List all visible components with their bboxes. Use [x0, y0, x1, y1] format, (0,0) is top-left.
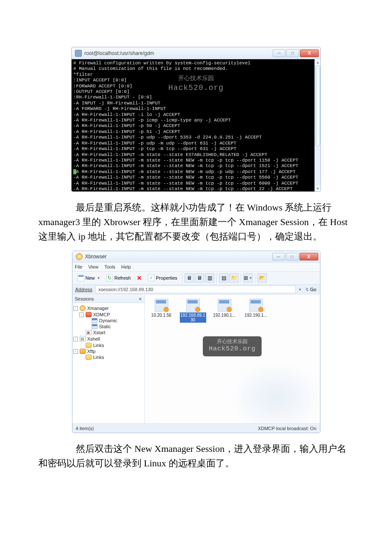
- session-item[interactable]: 192.190.1...: [211, 299, 238, 323]
- session-icon: [92, 324, 98, 329]
- window-controls: ─ □ X: [272, 49, 319, 57]
- session-type-icon-2[interactable]: 🖥: [195, 273, 204, 283]
- content-pane[interactable]: 10.20.1.56 192.168.89.130 192.190.1... 1…: [145, 295, 320, 423]
- terminal-line: :INPUT ACCEPT [0:0]: [73, 78, 319, 83]
- address-label: Address: [74, 287, 94, 292]
- tree-item-xftp-links[interactable]: Links: [73, 354, 144, 360]
- maximize-button[interactable]: □: [286, 49, 299, 57]
- view-mode-icon[interactable]: ⊞▼: [243, 273, 253, 283]
- session-icons: 10.20.1.56 192.168.89.130 192.190.1... 1…: [145, 295, 320, 327]
- properties-button[interactable]: Properties: [145, 273, 180, 283]
- refresh-button[interactable]: Refresh: [104, 273, 133, 283]
- chevron-down-icon[interactable]: ▼: [97, 276, 101, 280]
- new-button[interactable]: New ▼: [75, 273, 103, 283]
- menu-view[interactable]: View: [88, 264, 98, 269]
- terminal-line: # Firewall configuration written by syst…: [73, 61, 319, 66]
- tree-item-static[interactable]: Static: [73, 324, 144, 330]
- terminal-line: -A RH-Firewall-1-INPUT -p icmp --icmp-ty…: [73, 118, 319, 123]
- terminal-scrollbar[interactable]: ▲ ▼: [314, 59, 320, 191]
- tree-item-dynamic[interactable]: Dynamic: [73, 318, 144, 324]
- xftp-icon: [80, 349, 86, 354]
- terminal-line: -A RH-Firewall-1-INPUT -m state --state …: [73, 175, 319, 180]
- close-button[interactable]: X: [300, 49, 319, 57]
- terminal-line: *filter: [73, 72, 319, 78]
- terminal-line: -A RH-Firewall-1-INPUT -p 50 -j ACCEPT: [73, 123, 319, 129]
- terminal-line: -A RH-Firewall-1-INPUT -m state --state …: [73, 186, 319, 191]
- terminal-line: :FORWARD ACCEPT [0:0]: [73, 84, 319, 89]
- terminal-line: -A RH-Firewall-1-INPUT -p 51 -j ACCEPT: [73, 129, 319, 135]
- go-icon: ↯: [305, 287, 309, 292]
- toolbar-separator: [182, 273, 182, 283]
- close-panel-icon[interactable]: ×: [139, 296, 141, 301]
- terminal-window: root@localhost:/usr/share/gdm ─ □ X 开心技术…: [71, 47, 321, 192]
- tree-item-xdmcp[interactable]: -XDMCP: [73, 312, 144, 318]
- scroll-down-icon[interactable]: ▼: [315, 185, 321, 191]
- toolbar: New ▼ Refresh ✕ Properties 🖥 🖥 ▥ ▤ 📁 ⊞▼ …: [72, 272, 320, 284]
- status-bar: 4 item(s) XDMCP local broadcast: On: [72, 423, 320, 433]
- tree-item-xftp[interactable]: -Xftp: [73, 348, 144, 354]
- tree-item-xshell[interactable]: -▤Xshell: [73, 335, 144, 342]
- session-icon: [92, 318, 98, 323]
- session-type-icon-1[interactable]: 🖥: [184, 273, 194, 283]
- address-bar: Address xsession://192.168.89.130 ▼ ↯ Go: [72, 284, 320, 295]
- session-item[interactable]: 10.20.1.56: [148, 299, 175, 323]
- xshell-tool-icon[interactable]: ▤: [219, 273, 228, 283]
- window-controls: ─ □ X: [271, 253, 318, 260]
- tree-item-xstart[interactable]: ▣Xstart: [73, 330, 144, 335]
- delete-button[interactable]: ✕: [134, 273, 144, 283]
- folder-icon: [86, 343, 92, 348]
- properties-icon: [148, 275, 155, 281]
- terminal-line: -A RH-Firewall-1-INPUT -m state --state …: [73, 181, 319, 186]
- terminal-line: :OUTPUT ACCEPT [0:0]: [73, 89, 319, 95]
- delete-icon: ✕: [137, 275, 142, 281]
- go-button[interactable]: ↯ Go: [303, 287, 318, 292]
- menubar: File View Tools Help: [72, 262, 320, 272]
- tree-item-xmanager[interactable]: -Xmanager: [73, 305, 144, 312]
- menu-tools[interactable]: Tools: [104, 264, 115, 269]
- scroll-thumb[interactable]: [315, 65, 320, 146]
- xmanager-icon: [80, 305, 86, 311]
- terminal-line: -A RH-Firewall-1-INPUT -i lo -j ACCEPT: [73, 112, 319, 118]
- content-watermark: 开心技术乐园 Hack520.org: [203, 336, 262, 356]
- terminal-line: -A RH-Firewall-1-INPUT -m state --state …: [73, 158, 319, 163]
- xstart-icon: ▣: [86, 330, 92, 335]
- terminal-title: root@localhost:/usr/share/gdm: [84, 50, 154, 56]
- tree-item-xshell-links[interactable]: Links: [73, 342, 144, 348]
- xbrowser-icon: [76, 253, 83, 260]
- folder-tool-icon[interactable]: 📂: [257, 273, 267, 283]
- sessions-header: Sessions ×: [72, 295, 144, 303]
- sessions-panel: Sessions × -Xmanager -XDMCP Dynamic Stat…: [72, 295, 145, 423]
- menu-file[interactable]: File: [75, 264, 83, 269]
- xftp-tool-icon[interactable]: 📁: [229, 273, 239, 283]
- putty-icon: [75, 50, 82, 57]
- terminal-line: -A FORWARD -j RH-Firewall-1-INPUT: [73, 106, 319, 112]
- status-right: XDMCP local broadcast: On: [258, 426, 316, 431]
- status-left: 4 item(s): [76, 426, 94, 431]
- address-dropdown-icon[interactable]: ▼: [298, 288, 302, 292]
- toolbar-separator: [216, 273, 217, 283]
- minimize-button[interactable]: ─: [273, 49, 285, 57]
- menu-help[interactable]: Help: [121, 264, 131, 269]
- session-type-icon-3[interactable]: ▥: [205, 273, 214, 283]
- xbrowser-body: Sessions × -Xmanager -XDMCP Dynamic Stat…: [72, 295, 320, 423]
- terminal-titlebar: root@localhost:/usr/share/gdm ─ □ X: [72, 47, 320, 59]
- xbrowser-title: Xbrowser: [85, 254, 107, 260]
- session-item[interactable]: 192.190.1...: [243, 299, 269, 323]
- sessions-tree: -Xmanager -XDMCP Dynamic Static ▣Xstart …: [72, 303, 144, 362]
- session-item-selected[interactable]: 192.168.89.130: [180, 299, 206, 323]
- refresh-icon: [106, 275, 113, 281]
- scroll-up-icon[interactable]: ▲: [315, 59, 321, 65]
- address-field[interactable]: xsession://192.168.89.130: [95, 286, 296, 293]
- terminal-line: -A RH-Firewall-1-INPUT -p udp --dport 53…: [73, 135, 319, 140]
- close-button[interactable]: X: [300, 253, 318, 260]
- xshell-icon: ▤: [80, 336, 86, 342]
- terminal-line: -A RH-Firewall-1-INPUT -m state --state …: [73, 163, 319, 169]
- minimize-button[interactable]: ─: [272, 253, 285, 260]
- maximize-button[interactable]: □: [286, 253, 299, 260]
- terminal-body[interactable]: 开心技术乐园 Hack520.org # Firewall configurat…: [72, 59, 320, 191]
- paragraph-2: 然后双击这个 New Xmanager Session，进入登录界面，输入用户名…: [38, 442, 354, 471]
- folder-icon: [86, 312, 92, 317]
- terminal-line: -A RH-Firewall-1-INPUT -p tcp -m tcp --d…: [73, 146, 319, 152]
- paragraph-1: 最后是重启系统。这样就小功告成了！在 Windows 系统上运行 xmanage…: [38, 200, 354, 244]
- xbrowser-window: Xbrowser ─ □ X File View Tools Help New …: [72, 251, 320, 433]
